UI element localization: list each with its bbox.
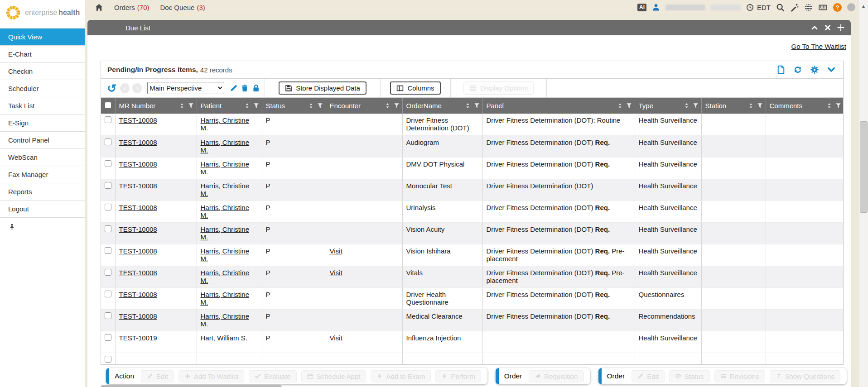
select-all-header[interactable]	[101, 98, 115, 114]
sidebar-item-reports[interactable]: Reports	[0, 183, 85, 201]
horizontal-scrollbar-thumb[interactable]	[101, 385, 282, 387]
mr-number-link[interactable]: TEST-10008	[119, 247, 157, 255]
patient-link[interactable]: Harris, Christine M.	[201, 116, 250, 132]
help-icon[interactable]: ?	[833, 3, 842, 12]
mr-number-link[interactable]: TEST-10008	[119, 139, 157, 146]
mr-number-link[interactable]: TEST-10019	[119, 334, 157, 342]
sort-icon[interactable]	[465, 103, 471, 109]
sidebar-item-e-chart[interactable]: E-Chart	[0, 46, 85, 63]
mr-number-link[interactable]: TEST-10008	[119, 269, 157, 277]
filter-icon[interactable]	[474, 103, 480, 109]
display-options-button[interactable]: Display Options	[463, 81, 534, 95]
patient-link[interactable]: Hart, William S.	[201, 334, 247, 342]
refresh-icon[interactable]	[793, 65, 802, 74]
sidebar-item-logout[interactable]: Logout	[0, 201, 85, 218]
globe-icon[interactable]	[804, 3, 813, 12]
sort-icon[interactable]	[179, 103, 185, 109]
column-header-panel[interactable]: Panel	[482, 98, 635, 114]
close-icon[interactable]	[824, 24, 831, 31]
vertical-scrollbar[interactable]: ▲	[858, 0, 868, 387]
requisition-button[interactable]: Requisition	[529, 370, 583, 382]
encounter-link[interactable]: Visit	[330, 334, 342, 342]
mr-number-link[interactable]: TEST-10008	[119, 204, 157, 211]
select-all-checkbox[interactable]	[105, 102, 111, 108]
sidebar-item-fax-manager[interactable]: Fax Manager	[0, 166, 85, 183]
filter-icon[interactable]	[626, 103, 632, 109]
filter-icon[interactable]	[253, 103, 259, 109]
prev-perspective-button[interactable]: ‹	[120, 83, 130, 93]
encounter-link[interactable]: Visit	[330, 269, 342, 277]
row-checkbox[interactable]	[105, 247, 111, 254]
edit-button[interactable]: Edit	[141, 370, 174, 382]
lock-icon[interactable]	[252, 84, 260, 92]
sort-icon[interactable]	[308, 103, 314, 109]
sidebar-item-e-sign[interactable]: E-Sign	[0, 115, 85, 132]
column-header-comments[interactable]: Comments	[766, 98, 844, 114]
home-icon[interactable]	[95, 3, 103, 12]
mr-number-link[interactable]: TEST-10008	[119, 291, 157, 298]
ai-badge[interactable]: AI	[637, 4, 646, 11]
row-checkbox[interactable]	[105, 291, 111, 297]
chevron-down-icon[interactable]	[827, 65, 836, 74]
delete-perspective-icon[interactable]	[241, 84, 249, 92]
patient-link[interactable]: Harris, Christine M.	[201, 312, 250, 328]
sidebar-item-control-panel[interactable]: Control Panel	[0, 132, 85, 149]
go-to-waitlist-link[interactable]: Go To The Waitlist	[791, 43, 846, 50]
mr-number-link[interactable]: TEST-10008	[119, 182, 157, 190]
sort-icon[interactable]	[826, 103, 832, 109]
columns-button[interactable]: Columns	[390, 81, 440, 95]
move-icon[interactable]	[837, 24, 844, 31]
column-header-station[interactable]: Station	[701, 98, 766, 114]
show-questions-button[interactable]: Show Questions	[770, 370, 840, 382]
scrollbar-thumb[interactable]	[860, 121, 868, 213]
schedule-appt-button[interactable]: Schedule Appt	[301, 370, 366, 382]
filter-icon[interactable]	[757, 103, 763, 109]
row-checkbox[interactable]	[105, 204, 111, 210]
search-icon[interactable]	[776, 3, 785, 12]
nav-orders[interactable]: Orders (70)	[114, 4, 149, 11]
perspective-select[interactable]: Main Perspective	[147, 82, 224, 94]
add-to-exam-button[interactable]: Add to Exam	[371, 370, 431, 382]
due-list-header[interactable]: Due List	[87, 20, 851, 35]
mr-number-link[interactable]: TEST-10008	[119, 160, 157, 168]
pin-icon[interactable]	[9, 224, 15, 230]
row-checkbox[interactable]	[105, 182, 111, 189]
edit-perspective-icon[interactable]	[230, 84, 238, 92]
add-to-waitlist-button[interactable]: Add To Waitlist	[178, 370, 244, 382]
next-perspective-button[interactable]: ›	[132, 83, 142, 93]
column-header-mr-number[interactable]: MR Number	[115, 98, 197, 114]
collapse-icon[interactable]	[811, 24, 818, 31]
sidebar-item-scheduler[interactable]: Scheduler	[0, 80, 85, 97]
mr-number-link[interactable]: TEST-10008	[119, 225, 157, 233]
keyboard-icon[interactable]	[818, 3, 828, 12]
sort-icon[interactable]	[617, 103, 623, 109]
row-checkbox[interactable]	[105, 116, 111, 123]
row-checkbox[interactable]	[105, 312, 111, 319]
gear-icon[interactable]	[810, 65, 819, 74]
sidebar-item-webscan[interactable]: WebScan	[0, 149, 85, 166]
column-header-encounter[interactable]: Encounter	[326, 98, 402, 114]
sort-icon[interactable]	[244, 103, 250, 109]
sidebar-item-checkin[interactable]: Checkin	[0, 63, 85, 80]
wand-icon[interactable]	[790, 3, 799, 12]
filter-icon[interactable]	[188, 103, 194, 109]
scroll-up-arrow[interactable]: ▲	[859, 0, 868, 9]
evaluate-button[interactable]: Evaluate	[249, 370, 296, 382]
sidebar-item-task-list[interactable]: Task List	[0, 97, 85, 115]
row-checkbox[interactable]	[105, 334, 111, 341]
patient-link[interactable]: Harris, Christine M.	[201, 139, 250, 154]
undo-icon[interactable]: ↺	[107, 84, 116, 93]
patient-link[interactable]: Harris, Christine M.	[201, 182, 250, 197]
patient-link[interactable]: Harris, Christine M.	[201, 269, 250, 284]
mr-number-link[interactable]: TEST-10008	[119, 116, 157, 124]
sidebar-item-quick-view[interactable]: Quick View	[0, 29, 85, 46]
patient-link[interactable]: Harris, Christine M.	[201, 160, 250, 176]
filter-icon[interactable]	[693, 103, 699, 109]
patient-link[interactable]: Harris, Christine M.	[201, 291, 250, 306]
filter-icon[interactable]	[835, 103, 841, 109]
mr-number-link[interactable]: TEST-10008	[119, 312, 157, 320]
column-header-status[interactable]: Status	[262, 98, 326, 114]
sort-icon[interactable]	[684, 103, 690, 109]
row-checkbox[interactable]	[105, 269, 111, 276]
sort-icon[interactable]	[748, 103, 754, 109]
